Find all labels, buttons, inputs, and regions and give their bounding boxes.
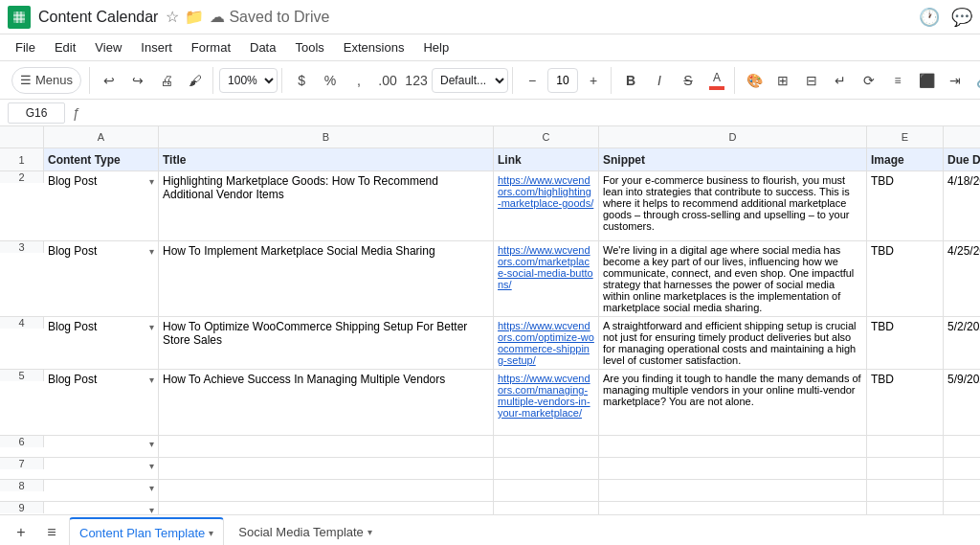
comments-icon[interactable]: 💬 — [951, 7, 972, 28]
paint-format-button[interactable]: 🖌 — [182, 67, 209, 94]
cell-4e[interactable]: TBD — [867, 317, 944, 369]
cell-1a[interactable]: Content Type — [44, 148, 159, 170]
sheet-tab-content-plan-dropdown[interactable]: ▾ — [209, 528, 213, 538]
menu-file[interactable]: File — [8, 38, 43, 57]
dropdown-arrow-4[interactable]: ▾ — [149, 322, 154, 332]
font-size-input[interactable] — [547, 68, 578, 93]
cell-1d[interactable]: Snippet — [599, 148, 867, 170]
cell-3d[interactable]: We're living in a digital age where soci… — [599, 241, 867, 316]
number-format-button[interactable]: 123 — [403, 67, 430, 94]
rotate-button[interactable]: ⟳ — [856, 67, 882, 94]
menu-extensions[interactable]: Extensions — [336, 38, 412, 57]
cell-6a[interactable]: ▾ — [44, 436, 159, 457]
row-num-6[interactable]: 6 — [0, 436, 44, 447]
wrap-button[interactable]: ↵ — [827, 67, 854, 94]
fill-color-button[interactable]: 🎨 — [741, 67, 768, 94]
cell-6f[interactable] — [944, 436, 980, 457]
cell-1e[interactable]: Image — [867, 148, 944, 170]
star-icon[interactable]: ☆ — [166, 8, 179, 26]
valign-button[interactable]: ⬛ — [913, 67, 940, 94]
sheet-tab-social-media-dropdown[interactable]: ▾ — [368, 527, 372, 537]
cell-2b[interactable]: Highlighting Marketplace Goods: How To R… — [159, 171, 494, 240]
borders-button[interactable]: ⊞ — [769, 67, 796, 94]
formula-input[interactable] — [88, 102, 972, 124]
indent-button[interactable]: ⇥ — [942, 67, 969, 94]
comma-button[interactable]: , — [345, 67, 372, 94]
cell-reference-input[interactable] — [8, 102, 65, 124]
strikethrough-button[interactable]: S — [675, 67, 702, 94]
menu-view[interactable]: View — [87, 38, 129, 57]
col-header-f[interactable]: F — [944, 126, 980, 148]
link-button[interactable]: 🔗 — [970, 67, 980, 94]
cell-5f[interactable]: 5/9/2024 — [944, 370, 980, 435]
cell-6b[interactable] — [159, 436, 494, 457]
row-num-1[interactable]: 1 — [0, 148, 44, 170]
history-icon[interactable]: 🕐 — [919, 7, 940, 28]
cell-2e[interactable]: TBD — [867, 171, 944, 240]
row-num-5[interactable]: 5 — [0, 370, 44, 381]
menu-help[interactable]: Help — [415, 38, 457, 57]
sheet-tab-content-plan[interactable]: Content Plan Template ▾ — [69, 517, 224, 546]
cell-2d[interactable]: For your e-commerce business to flourish… — [599, 171, 867, 240]
cell-1f[interactable]: Due Date — [944, 148, 980, 170]
font-select[interactable]: Default... Arial — [432, 68, 508, 93]
link-2[interactable]: https://www.wcvendors.com/highlighting-m… — [498, 174, 594, 209]
row-num-7[interactable]: 7 — [0, 458, 44, 469]
redo-button[interactable]: ↪ — [124, 67, 151, 94]
sheet-tab-social-media[interactable]: Social Media Template ▾ — [228, 517, 383, 546]
col-header-e[interactable]: E — [867, 126, 944, 148]
cell-4d[interactable]: A straightforward and efficient shipping… — [599, 317, 867, 369]
cell-4a[interactable]: Blog Post ▾ — [44, 317, 159, 369]
col-header-c[interactable]: C — [494, 126, 599, 148]
merge-button[interactable]: ⊟ — [798, 67, 825, 94]
cell-5a[interactable]: Blog Post ▾ — [44, 370, 159, 435]
dropdown-arrow-5[interactable]: ▾ — [149, 375, 154, 385]
menu-data[interactable]: Data — [242, 38, 283, 57]
undo-button[interactable]: ↩ — [96, 67, 122, 94]
text-color-button[interactable]: A — [703, 67, 730, 94]
cell-2c[interactable]: https://www.wcvendors.com/highlighting-m… — [494, 171, 599, 240]
cell-6e[interactable] — [867, 436, 944, 457]
menus-button[interactable]: ☰ Menus — [11, 67, 81, 94]
add-sheet-button[interactable]: + — [8, 519, 34, 546]
bold-button[interactable]: B — [617, 67, 644, 94]
cell-4f[interactable]: 5/2/2024 — [944, 317, 980, 369]
cell-5b[interactable]: How To Achieve Success In Managing Multi… — [159, 370, 494, 435]
menu-format[interactable]: Format — [184, 38, 238, 57]
cell-3c[interactable]: https://www.wcvendors.com/marketplace-so… — [494, 241, 599, 316]
menu-insert[interactable]: Insert — [133, 38, 180, 57]
zoom-select[interactable]: 100% 75% 50% — [219, 68, 278, 93]
col-header-d[interactable]: D — [599, 126, 867, 148]
cell-4b[interactable]: How To Optimize WooCommerce Shipping Set… — [159, 317, 494, 369]
cell-3e[interactable]: TBD — [867, 241, 944, 316]
row-num-4[interactable]: 4 — [0, 317, 44, 329]
link-4[interactable]: https://www.wcvendors.com/optimize-wooco… — [498, 320, 594, 366]
cell-6d[interactable] — [599, 436, 867, 457]
cell-4c[interactable]: https://www.wcvendors.com/optimize-wooco… — [494, 317, 599, 369]
cell-5d[interactable]: Are you finding it tough to handle the m… — [599, 370, 867, 435]
decimal-button[interactable]: .00 — [374, 67, 401, 94]
link-3[interactable]: https://www.wcvendors.com/marketplace-so… — [498, 244, 594, 290]
percent-button[interactable]: % — [317, 67, 344, 94]
cell-3a[interactable]: Blog Post ▾ — [44, 241, 159, 316]
dropdown-arrow-2[interactable]: ▾ — [149, 176, 154, 187]
currency-button[interactable]: $ — [288, 67, 315, 94]
align-left-button[interactable]: ≡ — [884, 67, 911, 94]
italic-button[interactable]: I — [646, 67, 673, 94]
all-sheets-button[interactable]: ≡ — [38, 519, 65, 546]
cell-1c[interactable]: Link — [494, 148, 599, 170]
row-num-2[interactable]: 2 — [0, 171, 44, 183]
menu-edit[interactable]: Edit — [47, 38, 83, 57]
col-header-b[interactable]: B — [159, 126, 494, 148]
cell-5e[interactable]: TBD — [867, 370, 944, 435]
link-5[interactable]: https://www.wcvendors.com/managing-multi… — [498, 373, 594, 419]
print-button[interactable]: 🖨 — [153, 67, 180, 94]
cell-3b[interactable]: How To Implement Marketplace Social Medi… — [159, 241, 494, 316]
font-size-decrease-button[interactable]: − — [519, 67, 546, 94]
cell-6c[interactable] — [494, 436, 599, 457]
dropdown-arrow-6[interactable]: ▾ — [149, 439, 154, 449]
cell-2a[interactable]: Blog Post ▾ — [44, 171, 159, 240]
folder-icon[interactable]: 📁 — [185, 8, 204, 26]
font-size-increase-button[interactable]: + — [580, 67, 607, 94]
row-num-3[interactable]: 3 — [0, 241, 44, 253]
